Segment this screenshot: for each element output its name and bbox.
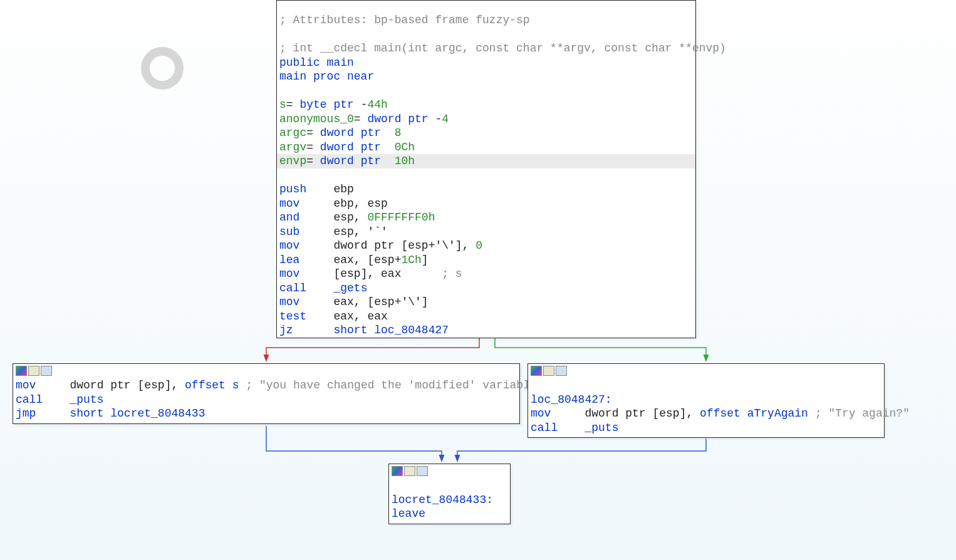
instr-call-puts-r: call _puts — [531, 422, 618, 434]
var-envp-highlighted: envp= dword ptr 10h — [277, 154, 695, 169]
instr-and: and esp, 0FFFFFFF0h — [279, 211, 435, 224]
instr-test: test eax, eax — [279, 310, 388, 323]
instr-call-puts-l: call _puts — [16, 393, 103, 406]
cfg-node-bottom[interactable]: locret_8048433: leave — [388, 464, 511, 524]
graph-icon[interactable] — [556, 366, 567, 376]
sig-comment: ; int __cdecl main(int argc, const char … — [279, 42, 726, 54]
instr-leave: leave — [392, 507, 425, 520]
instr-mov-offset-try: mov dword ptr [esp], offset aTryAgain ; … — [531, 407, 910, 420]
color-view-icon[interactable] — [16, 366, 27, 376]
node-left-icons — [13, 364, 519, 377]
instr-mov-ebp: mov ebp, esp — [279, 197, 388, 210]
label-loc8048427: loc_8048427: — [531, 393, 612, 406]
edit-icon[interactable] — [543, 366, 554, 376]
cfg-node-left[interactable]: mov dword ptr [esp], offset s ; "you hav… — [13, 363, 520, 424]
instr-mov-offset-s: mov dword ptr [esp], offset s ; "you hav… — [16, 379, 557, 391]
edit-icon[interactable] — [28, 366, 39, 376]
instr-jz: jz short loc_8048427 — [279, 324, 449, 336]
instr-lea: lea eax, [esp+1Ch] — [279, 254, 429, 266]
cfg-node-main[interactable]: ; Attributes: bp-based frame fuzzy-sp ; … — [276, 0, 696, 338]
instr-sub: sub esp, '`' — [279, 226, 388, 238]
instr-mov-esp-eax: mov [esp], eax ; s — [279, 267, 462, 280]
instr-push: push ebp — [279, 183, 354, 195]
var-argv: argv= dword ptr 0Ch — [279, 141, 415, 153]
node-main-code: ; Attributes: bp-based frame fuzzy-sp ; … — [277, 1, 695, 340]
instr-jmp: jmp short locret_8048433 — [16, 407, 205, 420]
instr-mov-eax: mov eax, [esp+'\'] — [279, 296, 429, 308]
graph-icon[interactable] — [41, 366, 52, 376]
color-view-icon[interactable] — [531, 366, 542, 376]
var-s: s= byte ptr -44h — [279, 98, 388, 111]
node-bottom-code: locret_8048433: leave — [389, 477, 510, 524]
node-right-code: loc_8048427: mov dword ptr [esp], offset… — [528, 377, 884, 437]
graph-icon[interactable] — [417, 466, 428, 476]
color-view-icon[interactable] — [392, 466, 403, 476]
attr-comment: ; Attributes: bp-based frame fuzzy-sp — [279, 14, 530, 26]
edit-icon[interactable] — [404, 466, 415, 476]
node-left-code: mov dword ptr [esp], offset s ; "you hav… — [13, 377, 519, 423]
instr-mov-dw: mov dword ptr [esp+'\'], 0 — [279, 239, 482, 252]
var-argc: argc= dword ptr 8 — [279, 127, 401, 139]
instr-call-gets: call _gets — [279, 282, 367, 294]
var-anon: anonymous_0= dword ptr -4 — [279, 113, 449, 125]
cfg-node-right[interactable]: loc_8048427: mov dword ptr [esp], offset… — [527, 363, 885, 438]
public-decl: public main — [279, 56, 354, 69]
label-locret: locret_8048433: — [392, 494, 493, 506]
node-right-icons — [528, 364, 884, 377]
proc-decl: main proc near — [279, 70, 374, 83]
node-bottom-icons — [389, 464, 510, 477]
watermark-circle — [141, 47, 184, 90]
